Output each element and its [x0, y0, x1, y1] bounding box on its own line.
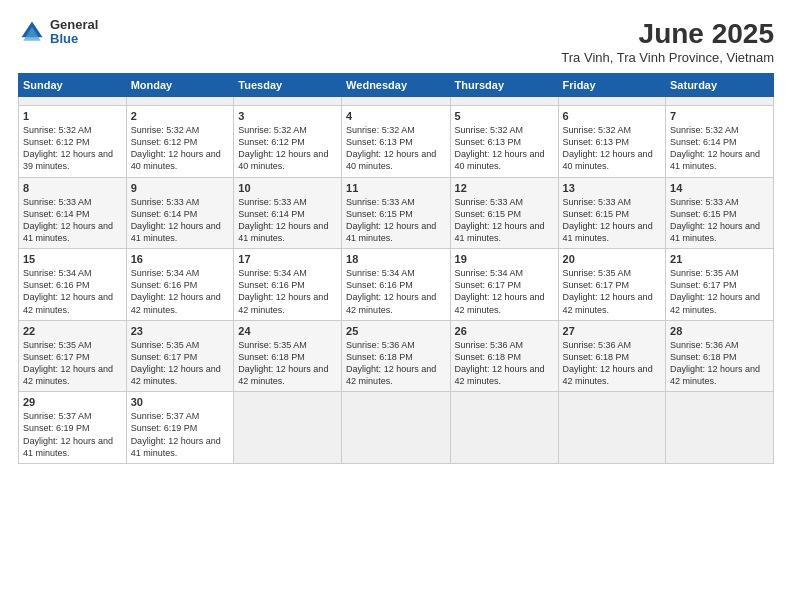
logo: General Blue [18, 18, 98, 47]
day-number: 6 [563, 110, 661, 122]
day-number: 11 [346, 182, 445, 194]
table-row: 7 Sunrise: 5:32 AMSunset: 6:14 PMDayligh… [666, 106, 774, 178]
day-info: Sunrise: 5:36 AMSunset: 6:18 PMDaylight:… [346, 339, 445, 388]
logo-icon [18, 18, 46, 46]
table-row: 18 Sunrise: 5:34 AMSunset: 6:16 PMDaylig… [342, 249, 450, 321]
day-number: 23 [131, 325, 230, 337]
table-row [342, 97, 450, 106]
day-number: 9 [131, 182, 230, 194]
table-row: 30 Sunrise: 5:37 AMSunset: 6:19 PMDaylig… [126, 392, 234, 464]
table-row: 9 Sunrise: 5:33 AMSunset: 6:14 PMDayligh… [126, 177, 234, 249]
day-info: Sunrise: 5:32 AMSunset: 6:13 PMDaylight:… [455, 124, 554, 173]
logo-general-text: General [50, 18, 98, 32]
day-info: Sunrise: 5:34 AMSunset: 6:17 PMDaylight:… [455, 267, 554, 316]
day-number: 1 [23, 110, 122, 122]
header-wednesday: Wednesday [342, 74, 450, 97]
day-number: 29 [23, 396, 122, 408]
day-info: Sunrise: 5:33 AMSunset: 6:15 PMDaylight:… [670, 196, 769, 245]
table-row: 21 Sunrise: 5:35 AMSunset: 6:17 PMDaylig… [666, 249, 774, 321]
table-row: 11 Sunrise: 5:33 AMSunset: 6:15 PMDaylig… [342, 177, 450, 249]
header-saturday: Saturday [666, 74, 774, 97]
table-row: 2 Sunrise: 5:32 AMSunset: 6:12 PMDayligh… [126, 106, 234, 178]
day-number: 18 [346, 253, 445, 265]
day-info: Sunrise: 5:37 AMSunset: 6:19 PMDaylight:… [23, 410, 122, 459]
day-info: Sunrise: 5:32 AMSunset: 6:13 PMDaylight:… [346, 124, 445, 173]
table-row: 5 Sunrise: 5:32 AMSunset: 6:13 PMDayligh… [450, 106, 558, 178]
day-info: Sunrise: 5:34 AMSunset: 6:16 PMDaylight:… [238, 267, 337, 316]
day-number: 5 [455, 110, 554, 122]
day-number: 20 [563, 253, 661, 265]
day-number: 2 [131, 110, 230, 122]
calendar-week-0 [19, 97, 774, 106]
table-row: 28 Sunrise: 5:36 AMSunset: 6:18 PMDaylig… [666, 320, 774, 392]
table-row: 14 Sunrise: 5:33 AMSunset: 6:15 PMDaylig… [666, 177, 774, 249]
calendar-header-row: Sunday Monday Tuesday Wednesday Thursday… [19, 74, 774, 97]
table-row: 3 Sunrise: 5:32 AMSunset: 6:12 PMDayligh… [234, 106, 342, 178]
header-sunday: Sunday [19, 74, 127, 97]
table-row [666, 97, 774, 106]
table-row: 6 Sunrise: 5:32 AMSunset: 6:13 PMDayligh… [558, 106, 665, 178]
calendar-week-4: 22 Sunrise: 5:35 AMSunset: 6:17 PMDaylig… [19, 320, 774, 392]
day-number: 21 [670, 253, 769, 265]
table-row: 26 Sunrise: 5:36 AMSunset: 6:18 PMDaylig… [450, 320, 558, 392]
table-row: 20 Sunrise: 5:35 AMSunset: 6:17 PMDaylig… [558, 249, 665, 321]
day-info: Sunrise: 5:33 AMSunset: 6:14 PMDaylight:… [23, 196, 122, 245]
day-number: 25 [346, 325, 445, 337]
day-number: 7 [670, 110, 769, 122]
day-number: 16 [131, 253, 230, 265]
table-row: 24 Sunrise: 5:35 AMSunset: 6:18 PMDaylig… [234, 320, 342, 392]
day-number: 14 [670, 182, 769, 194]
day-number: 19 [455, 253, 554, 265]
table-row [234, 392, 342, 464]
page: General Blue June 2025 Tra Vinh, Tra Vin… [0, 0, 792, 612]
table-row: 10 Sunrise: 5:33 AMSunset: 6:14 PMDaylig… [234, 177, 342, 249]
day-number: 4 [346, 110, 445, 122]
table-row: 13 Sunrise: 5:33 AMSunset: 6:15 PMDaylig… [558, 177, 665, 249]
header: General Blue June 2025 Tra Vinh, Tra Vin… [18, 18, 774, 65]
day-number: 15 [23, 253, 122, 265]
table-row: 19 Sunrise: 5:34 AMSunset: 6:17 PMDaylig… [450, 249, 558, 321]
header-tuesday: Tuesday [234, 74, 342, 97]
logo-blue-text: Blue [50, 32, 98, 46]
day-number: 30 [131, 396, 230, 408]
table-row: 4 Sunrise: 5:32 AMSunset: 6:13 PMDayligh… [342, 106, 450, 178]
header-monday: Monday [126, 74, 234, 97]
calendar-week-1: 1 Sunrise: 5:32 AMSunset: 6:12 PMDayligh… [19, 106, 774, 178]
table-row [234, 97, 342, 106]
header-thursday: Thursday [450, 74, 558, 97]
day-info: Sunrise: 5:35 AMSunset: 6:17 PMDaylight:… [23, 339, 122, 388]
table-row [450, 97, 558, 106]
day-info: Sunrise: 5:36 AMSunset: 6:18 PMDaylight:… [670, 339, 769, 388]
day-info: Sunrise: 5:35 AMSunset: 6:17 PMDaylight:… [670, 267, 769, 316]
day-info: Sunrise: 5:32 AMSunset: 6:12 PMDaylight:… [238, 124, 337, 173]
day-info: Sunrise: 5:33 AMSunset: 6:15 PMDaylight:… [455, 196, 554, 245]
table-row: 15 Sunrise: 5:34 AMSunset: 6:16 PMDaylig… [19, 249, 127, 321]
logo-text: General Blue [50, 18, 98, 47]
day-number: 24 [238, 325, 337, 337]
day-number: 26 [455, 325, 554, 337]
table-row [126, 97, 234, 106]
day-number: 3 [238, 110, 337, 122]
day-info: Sunrise: 5:35 AMSunset: 6:17 PMDaylight:… [563, 267, 661, 316]
day-info: Sunrise: 5:35 AMSunset: 6:18 PMDaylight:… [238, 339, 337, 388]
day-info: Sunrise: 5:32 AMSunset: 6:12 PMDaylight:… [23, 124, 122, 173]
table-row [558, 392, 665, 464]
day-number: 10 [238, 182, 337, 194]
day-info: Sunrise: 5:34 AMSunset: 6:16 PMDaylight:… [346, 267, 445, 316]
day-info: Sunrise: 5:33 AMSunset: 6:15 PMDaylight:… [563, 196, 661, 245]
main-title: June 2025 [561, 18, 774, 50]
calendar-week-5: 29 Sunrise: 5:37 AMSunset: 6:19 PMDaylig… [19, 392, 774, 464]
table-row [666, 392, 774, 464]
day-info: Sunrise: 5:33 AMSunset: 6:14 PMDaylight:… [238, 196, 337, 245]
table-row: 12 Sunrise: 5:33 AMSunset: 6:15 PMDaylig… [450, 177, 558, 249]
day-number: 8 [23, 182, 122, 194]
table-row: 17 Sunrise: 5:34 AMSunset: 6:16 PMDaylig… [234, 249, 342, 321]
day-info: Sunrise: 5:32 AMSunset: 6:12 PMDaylight:… [131, 124, 230, 173]
calendar-week-3: 15 Sunrise: 5:34 AMSunset: 6:16 PMDaylig… [19, 249, 774, 321]
subtitle: Tra Vinh, Tra Vinh Province, Vietnam [561, 50, 774, 65]
day-info: Sunrise: 5:36 AMSunset: 6:18 PMDaylight:… [563, 339, 661, 388]
day-info: Sunrise: 5:36 AMSunset: 6:18 PMDaylight:… [455, 339, 554, 388]
table-row: 8 Sunrise: 5:33 AMSunset: 6:14 PMDayligh… [19, 177, 127, 249]
header-friday: Friday [558, 74, 665, 97]
day-info: Sunrise: 5:35 AMSunset: 6:17 PMDaylight:… [131, 339, 230, 388]
